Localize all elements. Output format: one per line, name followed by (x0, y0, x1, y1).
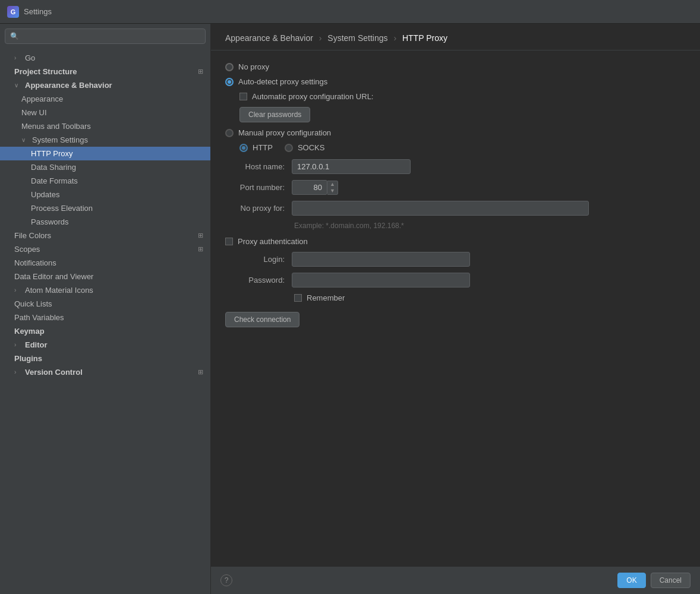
sidebar: 🔍 › Go Project Structure ⊞ ∨ Appearance … (0, 24, 211, 594)
sidebar-item-atom-material[interactable]: › Atom Material Icons (0, 283, 210, 297)
example-text: Example: *.domain.com, 192.168.* (294, 222, 686, 230)
sidebar-item-menus-toolbars[interactable]: Menus and Toolbars (0, 119, 210, 133)
window-title: Settings (24, 7, 52, 16)
sidebar-item-notifications[interactable]: Notifications (0, 256, 210, 270)
sidebar-item-editor[interactable]: › Editor (0, 338, 210, 352)
sidebar-item-scopes[interactable]: Scopes ⊞ (0, 242, 210, 256)
socks-radio[interactable] (285, 144, 293, 152)
sidebar-item-label: Updates (31, 190, 203, 199)
sidebar-item-label: Menus and Toolbars (21, 122, 203, 131)
sidebar-item-version-control[interactable]: › Version Control ⊞ (0, 365, 210, 379)
manual-proxy-option[interactable]: Manual proxy configuration (225, 128, 686, 137)
login-input[interactable] (292, 252, 470, 267)
arrow-icon: › (14, 342, 21, 348)
sidebar-item-go[interactable]: › Go (0, 51, 210, 65)
sidebar-item-label: Date Formats (31, 176, 203, 185)
cancel-button[interactable]: Cancel (651, 573, 690, 588)
auto-detect-radio[interactable] (225, 78, 234, 86)
sidebar-item-appearance-behavior[interactable]: ∨ Appearance & Behavior (0, 78, 210, 92)
badge-icon: ⊞ (198, 368, 203, 376)
sidebar-item-label: Data Sharing (31, 163, 203, 172)
sidebar-item-label: Quick Lists (14, 299, 203, 308)
sidebar-item-system-settings[interactable]: ∨ System Settings (0, 133, 210, 147)
hostname-label: Host name: (225, 162, 285, 171)
hostname-input[interactable] (292, 159, 411, 174)
sidebar-item-label: Project Structure (14, 67, 196, 76)
remember-label: Remember (307, 293, 345, 302)
sidebar-item-passwords[interactable]: Passwords (0, 215, 210, 229)
sidebar-item-label: Atom Material Icons (25, 286, 203, 295)
breadcrumb-appearance[interactable]: Appearance & Behavior (225, 33, 313, 43)
title-bar: G Settings (0, 0, 700, 24)
no-proxy-for-input[interactable] (292, 201, 589, 216)
http-label: HTTP (253, 143, 273, 152)
auto-config-url-label: Automatic proxy configuration URL: (252, 92, 373, 101)
manual-proxy-radio[interactable] (225, 129, 234, 137)
password-input[interactable] (292, 273, 470, 287)
badge-icon: ⊞ (198, 245, 203, 253)
port-label: Port number: (225, 183, 285, 192)
app-icon: G (7, 6, 19, 18)
sidebar-item-data-editor-viewer[interactable]: Data Editor and Viewer (0, 270, 210, 283)
main-layout: 🔍 › Go Project Structure ⊞ ∨ Appearance … (0, 24, 700, 594)
port-down-button[interactable]: ▼ (327, 188, 338, 194)
badge-icon: ⊞ (198, 68, 203, 75)
sidebar-item-file-colors[interactable]: File Colors ⊞ (0, 229, 210, 242)
sidebar-item-label: Version Control (25, 368, 196, 377)
search-box[interactable]: 🔍 (5, 29, 206, 44)
http-radio[interactable] (239, 144, 248, 152)
proxy-auth-label: Proxy authentication (238, 237, 308, 246)
sidebar-item-label: Plugins (14, 354, 203, 363)
sidebar-item-project-structure[interactable]: Project Structure ⊞ (0, 65, 210, 78)
sidebar-item-new-ui[interactable]: New UI (0, 106, 210, 119)
sidebar-item-label: HTTP Proxy (31, 149, 203, 158)
remember-checkbox[interactable] (294, 294, 302, 302)
sidebar-item-label: Appearance (21, 94, 203, 103)
sidebar-item-quick-lists[interactable]: Quick Lists (0, 297, 210, 311)
arrow-icon: › (14, 287, 21, 293)
no-proxy-radio[interactable] (225, 63, 234, 71)
help-button[interactable]: ? (220, 574, 232, 586)
no-proxy-option[interactable]: No proxy (225, 62, 686, 71)
port-input[interactable] (292, 180, 327, 195)
sidebar-item-data-sharing[interactable]: Data Sharing (0, 160, 210, 174)
sidebar-item-label: Process Elevation (31, 204, 203, 213)
sidebar-item-process-elevation[interactable]: Process Elevation (0, 201, 210, 215)
hostname-row: Host name: (225, 159, 686, 174)
clear-passwords-button[interactable]: Clear passwords (239, 107, 310, 122)
remember-row[interactable]: Remember (294, 293, 686, 302)
auto-detect-option[interactable]: Auto-detect proxy settings (225, 77, 686, 86)
sidebar-item-path-variables[interactable]: Path Variables (0, 311, 210, 324)
manual-proxy-label: Manual proxy configuration (238, 128, 331, 137)
check-connection-button[interactable]: Check connection (225, 312, 299, 327)
sidebar-item-label: Notifications (14, 258, 203, 267)
sidebar-item-keymap[interactable]: Keymap (0, 324, 210, 338)
sidebar-item-plugins[interactable]: Plugins (0, 352, 210, 365)
socks-protocol-option[interactable]: SOCKS (285, 143, 325, 152)
sidebar-item-appearance[interactable]: Appearance (0, 92, 210, 106)
port-up-button[interactable]: ▲ (327, 181, 338, 188)
auto-detect-label: Auto-detect proxy settings (238, 77, 327, 86)
bottom-bar: ? OK Cancel (211, 566, 700, 594)
sidebar-item-updates[interactable]: Updates (0, 188, 210, 201)
breadcrumb-system-settings[interactable]: System Settings (327, 33, 387, 43)
proxy-auth-row[interactable]: Proxy authentication (225, 237, 686, 246)
proxy-auth-checkbox[interactable] (225, 238, 233, 245)
sidebar-item-date-formats[interactable]: Date Formats (0, 174, 210, 188)
sidebar-item-http-proxy[interactable]: HTTP Proxy (0, 147, 210, 160)
password-label: Password: (225, 276, 285, 285)
login-label: Login: (225, 255, 285, 264)
ok-button[interactable]: OK (617, 573, 645, 588)
arrow-icon: ∨ (14, 82, 21, 89)
badge-icon: ⊞ (198, 232, 203, 239)
sidebar-item-label: Keymap (14, 327, 203, 336)
auto-config-url-checkbox[interactable] (239, 93, 247, 100)
http-protocol-option[interactable]: HTTP (239, 143, 273, 152)
settings-body: No proxy Auto-detect proxy settings Auto… (211, 50, 700, 566)
auto-config-url-row[interactable]: Automatic proxy configuration URL: (239, 92, 686, 101)
port-spinner[interactable]: ▲ ▼ (327, 181, 338, 195)
sidebar-item-label: File Colors (14, 231, 196, 240)
auto-detect-section: Automatic proxy configuration URL: Clear… (239, 92, 686, 122)
arrow-icon: ∨ (21, 137, 29, 143)
port-row: Port number: ▲ ▼ (225, 180, 686, 195)
